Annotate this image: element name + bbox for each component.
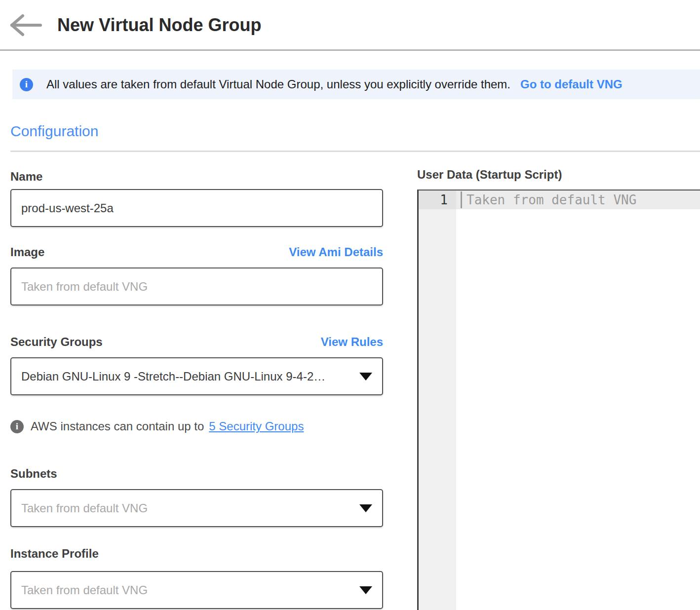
subnets-select[interactable]: Taken from default VNG	[10, 489, 383, 527]
configuration-form: Name Image View Ami Details Security Gro…	[10, 152, 383, 609]
instance-profile-label: Instance Profile	[10, 547, 383, 561]
user-data-label: User Data (Startup Script)	[417, 168, 700, 182]
subnets-placeholder: Taken from default VNG	[21, 501, 351, 515]
subnets-label: Subnets	[10, 467, 383, 481]
user-data-editor[interactable]: 1 Taken from default VNG	[417, 190, 700, 610]
instance-profile-placeholder: Taken from default VNG	[21, 583, 351, 597]
user-data-section: User Data (Startup Script) 1 Taken from …	[417, 152, 700, 610]
editor-line-1[interactable]: 1 Taken from default VNG	[419, 191, 700, 209]
text-cursor	[461, 191, 462, 208]
info-icon: i	[10, 420, 24, 433]
security-groups-value: Debian GNU-Linux 9 -Stretch--Debian GNU-…	[21, 370, 351, 383]
name-label: Name	[10, 170, 383, 184]
back-arrow-icon[interactable]	[10, 14, 42, 37]
security-groups-info: i AWS instances can contain up to 5 Secu…	[10, 419, 383, 433]
five-security-groups-link[interactable]: 5 Security Groups	[209, 419, 304, 433]
security-groups-label: Security Groups	[10, 335, 103, 349]
image-input[interactable]	[10, 267, 383, 305]
line-number: 1	[419, 191, 456, 209]
security-groups-select[interactable]: Debian GNU-Linux 9 -Stretch--Debian GNU-…	[10, 357, 383, 395]
caret-down-icon	[359, 373, 372, 381]
form-columns: Name Image View Ami Details Security Gro…	[0, 152, 700, 610]
page-header: New Virtual Node Group	[0, 0, 700, 40]
editor-gutter	[419, 191, 456, 610]
image-label: Image	[10, 245, 44, 259]
banner-text: All values are taken from default Virtua…	[46, 77, 510, 91]
name-input[interactable]	[10, 189, 383, 227]
go-to-default-vng-link[interactable]: Go to default VNG	[520, 77, 622, 91]
caret-down-icon	[359, 586, 372, 594]
view-rules-link[interactable]: View Rules	[321, 335, 383, 349]
info-banner: i All values are taken from default Virt…	[12, 70, 700, 99]
page-title: New Virtual Node Group	[57, 15, 261, 36]
configuration-heading: Configuration	[10, 123, 700, 140]
caret-down-icon	[359, 504, 372, 512]
security-groups-info-text: AWS instances can contain up to	[31, 419, 204, 433]
view-ami-details-link[interactable]: View Ami Details	[289, 245, 383, 259]
info-icon: i	[20, 78, 33, 91]
editor-placeholder: Taken from default VNG	[467, 191, 636, 209]
instance-profile-select[interactable]: Taken from default VNG	[10, 571, 383, 609]
header-divider	[0, 49, 700, 51]
